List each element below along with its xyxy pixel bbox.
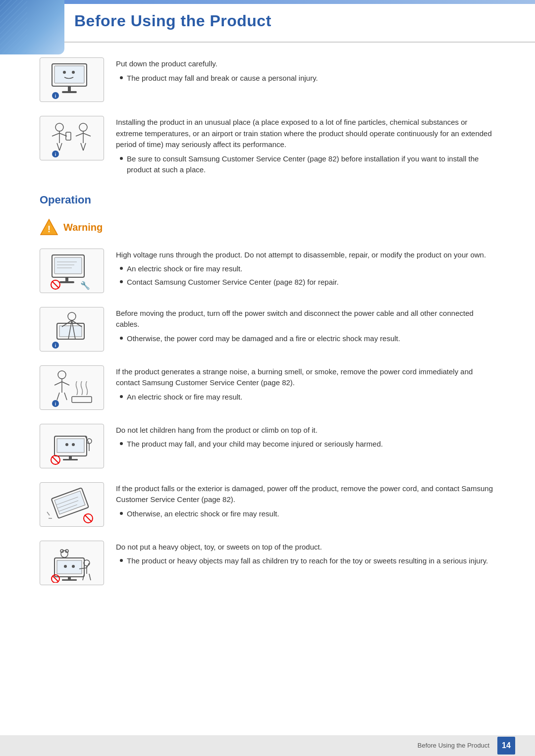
bullet-text: Contact Samsung Customer Service Center … [127,277,339,288]
svg-text:i: i [55,152,56,157]
svg-point-46 [58,371,66,379]
svg-line-74 [85,515,92,522]
product-falls-text: If the product falls or the exterior is … [116,482,495,522]
page-footer: Before Using the Product 14 [0,735,535,756]
corner-hatch [0,0,27,54]
page-number: 14 [497,737,515,755]
bullet-dot [120,157,123,160]
svg-line-49 [62,382,69,385]
put-down-text: Put down the product carefully. The prod… [116,57,495,86]
svg-line-71 [47,512,50,515]
page-title: Before Using the Product [74,9,535,33]
svg-rect-76 [57,560,82,574]
list-item: Do not let children hang from the produc… [40,424,495,468]
bullet-dot [120,337,123,340]
bullet-dot [120,267,123,270]
warning-label: Warning [63,220,103,235]
moving-text: Before moving the product, turn off the … [116,307,495,347]
svg-point-5 [72,71,75,74]
bullet-text: An electric shock or fire may result. [127,263,242,275]
svg-line-19 [76,133,83,136]
svg-rect-7 [62,91,77,93]
svg-text:i: i [55,94,56,99]
bullet-text: Be sure to consult Samsung Customer Serv… [127,153,495,176]
unusual-place-icon: i [40,116,104,160]
list-item: Do not put a heavy object, toy, or sweet… [40,541,495,585]
bullet-dot [120,76,123,79]
svg-point-58 [72,443,75,446]
bullet-text: An electric shock or fire may result. [127,392,242,403]
svg-rect-6 [68,86,71,91]
heavy-object-icon [40,541,104,585]
left-accent-block [0,0,64,54]
children-hang-text: Do not let children hang from the produc… [116,424,495,452]
svg-line-48 [54,382,62,385]
children-hang-icon [40,424,104,468]
svg-rect-59 [69,456,72,459]
svg-rect-56 [57,439,84,453]
svg-text:i: i [55,343,56,348]
strange-noise-main: If the product generates a strange noise… [116,366,495,389]
svg-line-50 [57,393,59,400]
svg-point-78 [72,565,75,568]
bullet-item: Be sure to consult Samsung Customer Serv… [116,153,495,176]
heavy-object-main: Do not put a heavy object, toy, or sweet… [116,542,495,553]
svg-line-12 [52,133,59,136]
svg-rect-52 [72,397,92,403]
svg-line-35 [52,281,59,288]
heavy-object-bullets: The product or heavy objects may fall as… [116,555,495,567]
bullet-text: Otherwise, an electric shock or fire may… [127,508,279,520]
bullet-text: The product may fall, and your child may… [127,439,383,450]
high-voltage-bullets: An electric shock or fire may result. Co… [116,263,495,288]
bullet-item: An electric shock or fire may result. [116,263,495,275]
bullet-item: Contact Samsung Customer Service Center … [116,277,495,288]
svg-point-81 [61,551,68,557]
put-down-icon: i [40,57,104,102]
high-voltage-main: High voltage runs through the product. D… [116,250,495,261]
top-accent-bar [0,0,535,4]
svg-rect-60 [63,459,78,460]
operation-title: Operation [40,192,495,208]
list-item: If the product falls or the exterior is … [40,482,495,527]
bullet-text: Otherwise, the power cord may be damaged… [127,333,400,345]
svg-line-21 [81,143,83,151]
svg-text:i: i [55,402,56,406]
product-falls-main: If the product falls or the exterior is … [116,483,495,505]
children-hang-main: Do not let children hang from the produc… [116,425,495,436]
unusual-place-text: Installing the product in an unusual pla… [116,116,495,178]
bullet-dot [120,395,123,398]
moving-icon: i [40,307,104,352]
strange-noise-text: If the product generates a strange noise… [116,365,495,405]
svg-line-65 [52,456,59,463]
put-down-bullets: The product may fall and break or cause … [116,73,495,84]
svg-rect-1 [0,0,27,54]
operation-section-header: Operation [40,192,495,208]
main-content: i Put down the product carefully. The pr… [0,43,535,629]
svg-line-15 [59,143,62,151]
svg-line-51 [64,393,67,400]
svg-rect-32 [65,277,68,281]
high-voltage-icon: 🔧 [40,249,104,293]
svg-text:!: ! [48,224,51,234]
svg-line-22 [83,143,86,151]
bullet-dot [120,559,123,562]
warning-triangle-icon: ! [40,218,58,237]
svg-point-77 [64,565,67,568]
list-item: i Put down the product carefully. The pr… [40,57,495,102]
bullet-dot [120,280,123,283]
bullet-item: The product may fall, and your child may… [116,439,495,450]
svg-line-20 [83,133,91,136]
strange-noise-icon: i [40,365,104,410]
unusual-place-bullets: Be sure to consult Samsung Customer Serv… [116,153,495,176]
warning-badge: ! Warning [40,218,495,237]
heavy-object-text: Do not put a heavy object, toy, or sweet… [116,541,495,569]
svg-rect-33 [59,281,74,283]
unusual-place-main: Installing the product in an unusual pla… [116,117,495,151]
svg-line-89 [89,574,91,580]
svg-point-37 [68,312,76,320]
page-title-area: Before Using the Product [0,0,535,43]
moving-main: Before moving the product, turn off the … [116,308,495,330]
svg-rect-79 [68,577,71,579]
bullet-item: Otherwise, the power cord may be damaged… [116,333,495,345]
svg-rect-28 [54,257,82,274]
